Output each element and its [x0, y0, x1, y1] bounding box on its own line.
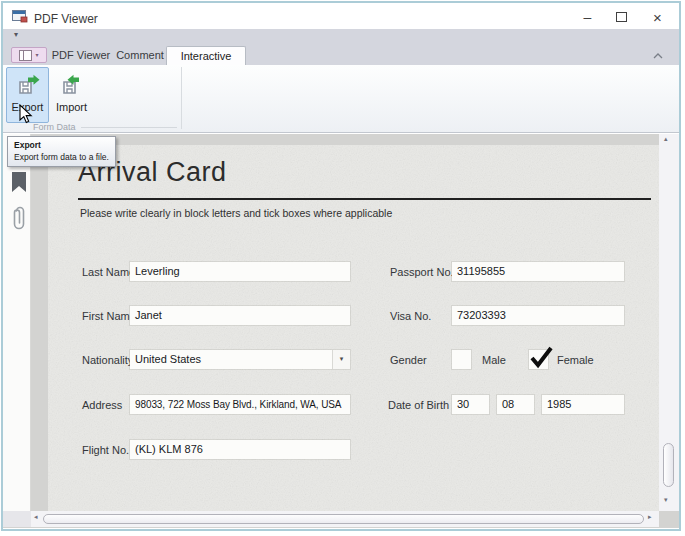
application-menu-dropdown-icon: ▾ [35, 52, 38, 58]
dob-year-field[interactable]: 1985 [542, 395, 624, 414]
passport-no-label: Passport No. [390, 266, 454, 278]
gender-female-label: Female [557, 354, 594, 366]
horizontal-scrollbar-thumb[interactable] [43, 514, 644, 524]
import-form-data-icon [59, 72, 85, 98]
dob-day-field[interactable]: 30 [452, 395, 489, 414]
address-field[interactable]: 98033, 722 Moss Bay Blvd., Kirkland, WA,… [130, 395, 350, 414]
scroll-down-icon[interactable]: ▾ [664, 497, 668, 504]
minimize-icon[interactable]: – [572, 7, 603, 27]
tab-comment[interactable]: Comment [112, 46, 168, 65]
bookmarks-panel-button[interactable] [10, 172, 28, 198]
tab-pdf-viewer[interactable]: PDF Viewer [50, 46, 112, 65]
scroll-up-icon[interactable]: ▴ [664, 136, 668, 143]
paperclip-icon [12, 203, 27, 233]
export-form-data-icon [15, 72, 41, 98]
ribbon-group-separator [181, 67, 182, 129]
flight-no-field[interactable]: (KL) KLM 876 [130, 440, 350, 459]
nationality-value: United States [135, 353, 201, 365]
checkmark-icon [527, 344, 554, 370]
quick-access-dropdown-icon[interactable]: ▾ [14, 31, 18, 39]
page-subtitle: Please write clearly in block letters an… [80, 207, 392, 219]
combobox-dropdown-icon[interactable]: ▾ [332, 350, 350, 369]
passport-no-field[interactable]: 31195855 [452, 262, 624, 281]
mouse-cursor-icon [19, 104, 33, 124]
title-bar: PDF Viewer – × [3, 3, 679, 29]
scroll-right-icon[interactable]: ▸ [648, 514, 652, 521]
nationality-combobox[interactable]: United States ▾ [130, 350, 350, 369]
scroll-left-icon[interactable]: ◂ [34, 514, 38, 521]
tooltip-text: Export form data to a file. [14, 152, 109, 162]
gender-female-checkbox[interactable] [529, 350, 548, 369]
vertical-scrollbar-thumb[interactable] [663, 443, 674, 487]
ribbon-collapse-icon[interactable] [648, 50, 668, 62]
import-button[interactable]: Import [50, 67, 93, 123]
first-name-label: First Name [82, 310, 136, 322]
last-name-label: Last Name [82, 266, 135, 278]
date-of-birth-label: Date of Birth [388, 399, 449, 411]
group-caption-line [81, 127, 177, 128]
visa-no-label: Visa No. [390, 310, 431, 322]
address-label: Address [82, 399, 122, 411]
gender-label: Gender [390, 354, 427, 366]
window-title: PDF Viewer [34, 12, 98, 26]
tab-interactive-form[interactable]: Interactive Form [166, 46, 246, 65]
scrollbar-corner [3, 511, 31, 527]
maximize-icon[interactable] [606, 7, 637, 27]
last-name-field[interactable]: Leverling [130, 262, 350, 281]
nationality-label: Nationality [82, 354, 133, 366]
pdf-page: Arrival Card Please write clearly in blo… [48, 145, 659, 511]
attachments-panel-button[interactable] [10, 203, 28, 229]
title-underline [78, 198, 651, 200]
application-menu-icon [19, 50, 32, 61]
first-name-field[interactable]: Janet [130, 306, 350, 325]
tooltip-title: Export [14, 140, 109, 150]
import-button-label: Import [56, 101, 87, 113]
close-icon[interactable]: × [642, 7, 673, 27]
visa-no-field[interactable]: 73203393 [452, 306, 624, 325]
bookmark-icon [12, 172, 26, 192]
app-icon [12, 10, 28, 23]
dob-month-field[interactable]: 08 [497, 395, 534, 414]
gender-male-label: Male [482, 354, 506, 366]
flight-no-label: Flight No. [82, 444, 129, 456]
export-tooltip: Export Export form data to a file. [7, 136, 116, 167]
application-menu-button[interactable]: ▾ [11, 47, 47, 63]
group-caption: Form Data [33, 122, 76, 132]
gender-male-checkbox[interactable] [452, 350, 471, 369]
